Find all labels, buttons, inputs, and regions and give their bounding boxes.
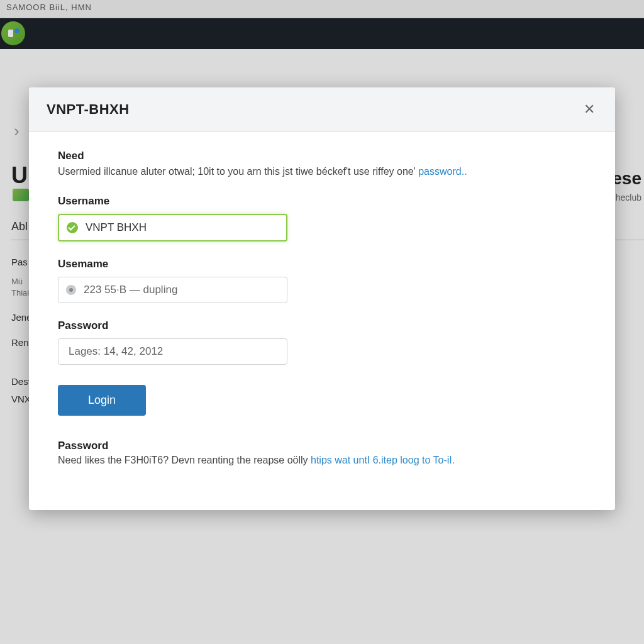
check-circle-icon [67,222,78,233]
footer-text-content: Need likes the F3H0iT6? Devn reanting th… [58,455,311,465]
username-value-1: VNPT BHXH [86,221,279,234]
username-input-2[interactable]: 223 55·B — dupling [58,277,287,303]
footer-text: Need likes the F3H0iT6? Devn reanting th… [58,455,586,466]
footer-section: Password Need likes the F3H0iT6? Devn re… [58,440,586,466]
intro-password-link[interactable]: password.. [418,166,467,177]
modal-title: VNPT-BHXH [47,101,130,118]
login-modal: VNPT-BHXH ✕ Need Usermied illcanue alute… [29,87,615,510]
password-input[interactable]: Lages: 14, 42, 2012 [58,338,287,365]
password-label: Password [58,319,586,332]
modal-body: Need Usermied illcanue aluter otwal; 10i… [29,132,615,510]
modal-header: VNPT-BHXH ✕ [29,87,615,132]
username-label-2: Usemame [58,258,586,270]
footer-heading: Password [58,440,586,452]
username-label-1: Username [58,195,586,208]
login-button[interactable]: Login [58,385,146,416]
dot-icon [66,285,76,295]
intro-text: Usermied illcanue aluter otwal; 10it to … [58,166,586,177]
close-icon[interactable]: ✕ [581,99,597,120]
modal-overlay: VNPT-BHXH ✕ Need Usermied illcanue alute… [0,0,644,644]
footer-link[interactable]: htips wat untI 6.itep loog to To-iI. [311,455,455,465]
password-value: Lages: 14, 42, 2012 [66,345,279,358]
username-input-1[interactable]: VNPT BHXH [58,214,287,242]
intro-text-content: Usermied illcanue aluter otwal; 10it to … [58,166,418,177]
intro-heading: Need [58,150,586,162]
username-value-2: 223 55·B — dupling [84,284,279,296]
